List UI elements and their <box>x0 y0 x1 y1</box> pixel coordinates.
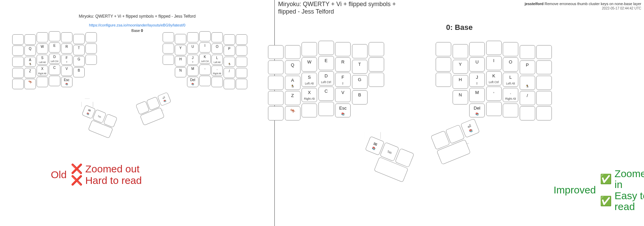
keycap: H <box>175 56 186 66</box>
keycap <box>536 91 552 105</box>
keycap <box>224 34 235 44</box>
keycap <box>37 77 48 87</box>
keycap <box>302 103 317 118</box>
keycap <box>236 45 247 56</box>
keycap <box>187 32 199 42</box>
old-caption-line2: Hard to read <box>85 175 142 186</box>
keycap <box>199 31 211 41</box>
keycap <box>224 79 235 89</box>
keycap: P <box>520 60 535 75</box>
keycap <box>211 77 223 87</box>
keycap: I <box>199 42 211 53</box>
keycap <box>520 106 535 120</box>
keycap: O <box>503 57 518 72</box>
keycap: Y <box>453 60 468 74</box>
keycap <box>486 102 502 116</box>
keycap: V <box>61 65 72 76</box>
keycap: N <box>453 90 468 105</box>
keycap: 🐧 <box>520 76 535 90</box>
old-caption-label: Old <box>51 169 67 181</box>
left-panel: Miryoku: QWERTY + Vi + flipped symbols +… <box>0 0 274 226</box>
keycap <box>436 42 451 56</box>
keycap: KLeft Ctrl <box>486 71 502 86</box>
keycap <box>211 32 223 42</box>
keycap: U <box>187 43 199 54</box>
keycap: J⇧ <box>187 55 199 65</box>
keycap <box>268 91 284 105</box>
keycap: , <box>199 64 211 75</box>
improved-caption-line1: Zoomed in <box>615 168 644 190</box>
keycap <box>268 45 284 59</box>
keycap <box>61 32 72 42</box>
keycap: M <box>469 88 485 102</box>
keycap <box>285 45 300 59</box>
keycap <box>236 34 247 44</box>
keycap: M <box>187 65 199 76</box>
new-layer-label: 0: Base <box>275 23 644 32</box>
keycap <box>199 76 211 86</box>
keycap: E <box>49 42 60 53</box>
keycap <box>318 41 334 55</box>
keycap <box>12 79 24 89</box>
keycap: W <box>302 57 317 72</box>
keycap <box>163 55 174 65</box>
keycap: XRight Alt <box>37 65 48 76</box>
keycap <box>73 34 85 44</box>
keycap: .Right Alt <box>211 65 223 76</box>
keycap <box>302 42 317 56</box>
keycap <box>536 60 552 75</box>
keycap: .Right Alt <box>503 88 518 102</box>
keycap: O <box>211 43 223 54</box>
keycap: LLeft Alt <box>503 73 518 87</box>
keycap <box>268 60 284 75</box>
keycap: J⇧ <box>469 73 485 87</box>
keycap: LLeft Alt <box>211 55 223 65</box>
keycap <box>486 41 502 55</box>
keycap <box>85 32 97 42</box>
keycap <box>49 31 60 41</box>
commit-date: 2022-05-17 02:44:42 UTC <box>525 6 641 10</box>
keycap: DLeft Ctrl <box>49 54 60 64</box>
improved-caption-label: Improved <box>554 184 596 196</box>
keycap: A🐧 <box>24 57 36 67</box>
keycap: 🦘 <box>285 106 300 120</box>
cross-icon: ❌ <box>71 164 83 174</box>
keycap <box>236 57 247 67</box>
commit-info: jesstelford Remove erroneous thumb clust… <box>525 2 641 10</box>
keycap <box>12 34 24 44</box>
keycap: Esc📚 <box>335 103 351 118</box>
improved-caption-line2: Easy to read <box>615 190 644 212</box>
keycap: B <box>73 67 85 77</box>
keycap: R <box>61 43 72 54</box>
keycap <box>163 32 174 42</box>
keycap: G <box>73 56 85 66</box>
check-icon: ✅ <box>600 174 612 184</box>
keycap: W <box>37 43 48 54</box>
keycap: XRight Alt <box>302 88 317 102</box>
keycap <box>520 45 535 59</box>
keycap <box>163 43 174 54</box>
keycap: , <box>486 87 502 101</box>
keycap: T <box>73 45 85 55</box>
keycap: Esc📚 <box>61 77 72 87</box>
keycap: 🐧 <box>224 57 235 67</box>
keycap <box>236 79 247 89</box>
keycap <box>37 32 48 42</box>
keycap: SLeft Alt <box>302 73 317 87</box>
keycap: B <box>352 90 368 105</box>
keycap: Z <box>285 91 300 105</box>
keycap <box>175 34 186 44</box>
keycap: C <box>318 87 334 101</box>
keycap <box>12 68 24 78</box>
keycap: H <box>453 75 468 89</box>
cross-icon: ❌ <box>71 175 83 185</box>
keycap: Del📚 <box>469 103 485 118</box>
old-title: Miryoku: QWERTY + Vi + flipped symbols +… <box>0 14 274 19</box>
commit-message: Remove erroneous thumb cluster keys on n… <box>544 2 641 6</box>
keycap: C <box>49 64 60 75</box>
keycap <box>85 55 97 65</box>
keycap <box>536 106 552 120</box>
keycap <box>536 76 552 90</box>
keycap: SLeft Alt <box>37 55 48 65</box>
keycap: 🦘 <box>24 79 36 89</box>
